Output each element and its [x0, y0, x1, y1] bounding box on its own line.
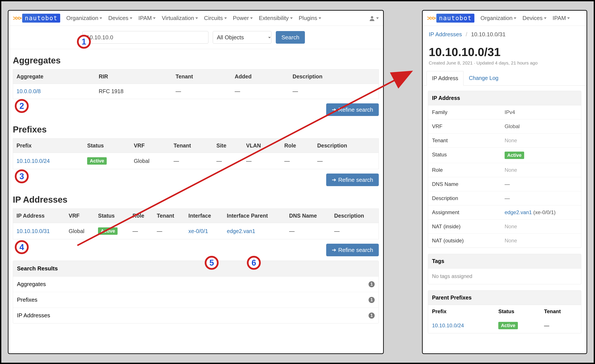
detail-key: DNS Name	[432, 181, 505, 187]
tags-card-title: Tags	[428, 254, 581, 268]
count-badge: 1	[368, 281, 375, 287]
detail-row: RoleNone	[428, 163, 581, 177]
cell-description: —	[314, 153, 379, 169]
arrow-right-icon: ➔	[332, 247, 336, 253]
user-icon	[369, 15, 375, 21]
summary-prefixes[interactable]: Prefixes 1	[13, 292, 379, 308]
col-aggregate: Aggregate	[13, 70, 95, 84]
detail-value: Active	[505, 152, 577, 159]
detail-value: Global	[505, 123, 577, 129]
detail-key: Status	[432, 152, 505, 159]
detail-key: Family	[432, 109, 505, 115]
breadcrumb-current: 10.10.10.0/31	[471, 31, 505, 38]
brand[interactable]: >>> nautobot	[13, 14, 60, 23]
aggregates-title: Aggregates	[13, 49, 379, 69]
caret-icon	[514, 17, 516, 19]
breadcrumb-parent[interactable]: IP Addresses	[429, 31, 462, 38]
svg-point-2	[371, 16, 373, 18]
nav-organization[interactable]: Organization	[481, 15, 516, 21]
col-vrf: VRF	[130, 139, 170, 153]
search-type-select[interactable]: All Objects	[213, 31, 271, 44]
detail-row: VRFGlobal	[428, 119, 581, 133]
nav-plugins[interactable]: Plugins	[299, 15, 321, 21]
ipaddress-link[interactable]: 10.10.10.0/31	[16, 228, 50, 234]
search-button[interactable]: Search	[276, 31, 305, 44]
nav-devices[interactable]: Devices	[522, 15, 546, 21]
ipaddress-card: IP Address FamilyIPv4VRFGlobalTenantNone…	[428, 91, 581, 248]
tab-changelog[interactable]: Change Log	[464, 71, 503, 86]
brand-name: nautobot	[436, 14, 475, 23]
cell-description: —	[289, 84, 379, 99]
table-row: 10.10.10.0/24 Active —	[428, 318, 581, 333]
caret-icon	[195, 17, 198, 19]
tab-ipaddress[interactable]: IP Address	[427, 71, 464, 86]
summary-aggregates[interactable]: Aggregates 1	[13, 276, 379, 292]
col-vlan: VLAN	[243, 139, 281, 153]
aggregates-table: Aggregate RIR Tenant Added Description 1…	[13, 69, 379, 99]
col-tenant: Tenant	[170, 139, 213, 153]
nav-organization[interactable]: Organization	[66, 15, 102, 21]
nav-power[interactable]: Power	[233, 15, 253, 21]
status-badge: Active	[87, 157, 107, 165]
summary-label: Prefixes	[17, 296, 37, 303]
col-status: Status	[94, 209, 129, 223]
detail-row: NAT (inside)None	[428, 220, 581, 234]
cell-tenant: —	[172, 84, 231, 99]
detail-row: DNS Name—	[428, 177, 581, 191]
table-row: 10.0.0.0/8 RFC 1918 — — —	[13, 84, 379, 99]
cell-tenant: —	[153, 223, 185, 239]
nav-ipam[interactable]: IPAM	[553, 15, 570, 21]
search-input[interactable]	[82, 31, 208, 44]
nav-ipam[interactable]: IPAM	[138, 15, 156, 21]
detail-key: Role	[432, 167, 505, 173]
nav-virtualization[interactable]: Virtualization	[162, 15, 198, 21]
refine-aggregates-button[interactable]: ➔Refine search	[326, 103, 379, 116]
cell-dns: —	[286, 223, 331, 239]
pp-prefix-link[interactable]: 10.10.10.0/24	[432, 322, 464, 328]
aggregate-link[interactable]: 10.0.0.0/8	[16, 88, 41, 94]
cell-description: —	[331, 223, 379, 239]
detail-key: Description	[432, 195, 505, 201]
detail-key: NAT (outside)	[432, 238, 505, 244]
navbar-right: >>> nautobot Organization Devices IPAM	[423, 11, 587, 26]
pp-col-tenant: Tenant	[540, 305, 581, 318]
ipaddresses-table: IP Address VRF Status Role Tenant Interf…	[13, 209, 379, 239]
nav-devices[interactable]: Devices	[108, 15, 132, 21]
detail-value: edge2.van1 (xe-0/0/1)	[505, 209, 577, 216]
interface-link[interactable]: xe-0/0/1	[188, 228, 208, 234]
detail-panel: >>> nautobot Organization Devices IPAM I…	[422, 10, 587, 354]
detail-value: None	[505, 138, 577, 144]
summary-ipaddresses[interactable]: IP Addresses 1	[13, 308, 379, 323]
detail-row: Assignmentedge2.van1 (xe-0/0/1)	[428, 205, 581, 220]
nav-circuits[interactable]: Circuits	[204, 15, 227, 21]
col-rir: RIR	[95, 70, 172, 84]
parent-prefixes-title: Parent Prefixes	[428, 291, 581, 305]
cell-role: —	[281, 153, 314, 169]
prefix-link[interactable]: 10.10.10.0/24	[16, 158, 50, 164]
detail-key: Assignment	[432, 209, 505, 216]
col-tenant: Tenant	[153, 209, 185, 223]
page-title: 10.10.10.0/31	[423, 38, 587, 60]
detail-value: None	[505, 224, 577, 230]
nav-user-menu[interactable]	[369, 15, 379, 21]
nav-extensibility[interactable]: Extensibility	[259, 15, 292, 21]
col-site: Site	[213, 139, 243, 153]
cell-tenant: —	[170, 153, 213, 169]
interface-parent-link[interactable]: edge2.van1	[227, 228, 255, 234]
caret-icon	[224, 17, 227, 19]
search-results-panel: Search Results Aggregates 1 Prefixes 1 I…	[13, 261, 379, 323]
search-panel: >>> nautobot Organization Devices IPAM V…	[8, 10, 384, 354]
table-row: 10.10.10.0/31 Global Active — — xe-0/0/1…	[13, 223, 379, 239]
col-interface: Interface	[185, 209, 223, 223]
col-description: Description	[314, 139, 379, 153]
summary-label: Aggregates	[17, 281, 46, 287]
assignment-link[interactable]: edge2.van1	[505, 209, 532, 215]
status-badge: Active	[505, 152, 524, 159]
detail-value: —	[505, 195, 577, 201]
detail-key: NAT (inside)	[432, 224, 505, 230]
refine-prefixes-button[interactable]: ➔Refine search	[326, 174, 379, 186]
col-description: Description	[289, 70, 379, 84]
tags-empty: No tags assigned	[428, 268, 581, 284]
brand[interactable]: >>> nautobot	[427, 14, 475, 23]
refine-ipaddresses-button[interactable]: ➔Refine search	[326, 244, 379, 256]
